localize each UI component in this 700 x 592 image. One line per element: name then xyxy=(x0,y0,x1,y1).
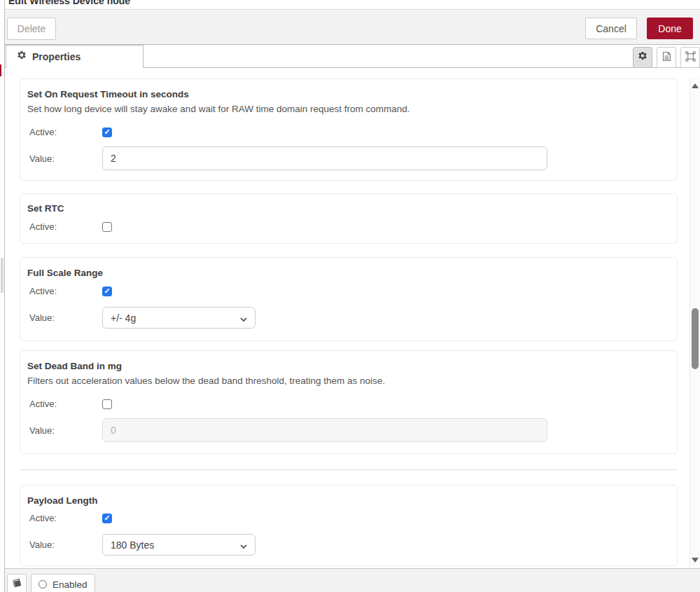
chevron-down-icon xyxy=(240,312,247,324)
status-circle-icon xyxy=(38,580,47,588)
chevron-down-icon xyxy=(240,539,247,551)
section-divider xyxy=(20,469,678,470)
enabled-toggle-button[interactable]: Enabled xyxy=(31,574,95,592)
select-value: +/- 4g xyxy=(111,312,136,324)
property-card-on-request-timeout: Set On Request Timeout in seconds Set ho… xyxy=(20,78,678,181)
property-card-set-rtc: Set RTC Active: ✓ xyxy=(20,193,678,244)
document-icon xyxy=(662,51,671,64)
active-label: Active: xyxy=(29,221,102,232)
checkmark-icon: ✓ xyxy=(104,287,110,295)
card-description: Filters out acceleration values below th… xyxy=(27,376,666,386)
value-input[interactable] xyxy=(102,146,547,170)
tab-properties[interactable]: Properties xyxy=(6,45,144,68)
property-card-payload-length: Payload Length Active: ✓ Value: 180 Byte… xyxy=(20,485,678,566)
active-checkbox[interactable]: ✓ xyxy=(102,128,112,137)
appearance-icon-button[interactable] xyxy=(680,47,700,68)
tray-toolbar: Delete Cancel Done xyxy=(5,11,700,45)
properties-icon-button[interactable] xyxy=(633,47,652,68)
dialog-title-bar: Edit Wireless Device node xyxy=(5,0,700,10)
scroll-up-button[interactable] xyxy=(692,83,699,88)
card-description: Set how long device will stay awake and … xyxy=(27,104,666,114)
active-label: Active: xyxy=(29,286,102,296)
dialog-title: Edit Wireless Device node xyxy=(8,0,130,6)
enabled-label: Enabled xyxy=(52,579,88,590)
scroll-down-button[interactable] xyxy=(692,558,699,563)
value-select[interactable]: 180 Bytes xyxy=(102,534,255,556)
value-select[interactable]: +/- 4g xyxy=(102,307,255,329)
value-label: Value: xyxy=(29,153,102,164)
editor-tab-icon-group xyxy=(633,47,700,68)
active-checkbox[interactable]: ✓ xyxy=(102,399,112,409)
card-title: Full Scale Range xyxy=(27,268,666,278)
active-label: Active: xyxy=(29,127,102,137)
checkmark-icon: ✓ xyxy=(104,514,110,522)
scrollbar[interactable] xyxy=(690,78,700,567)
select-value: 180 Bytes xyxy=(111,539,154,551)
gear-icon xyxy=(638,51,648,64)
selection-frame-icon xyxy=(685,51,696,64)
gear-icon xyxy=(17,50,27,63)
active-checkbox[interactable]: ✓ xyxy=(102,222,112,232)
done-button[interactable]: Done xyxy=(647,18,693,39)
active-label: Active: xyxy=(29,399,102,409)
value-label: Value: xyxy=(29,312,102,323)
workspace-scrollbar xyxy=(1,258,4,293)
active-label: Active: xyxy=(29,513,102,523)
workspace-node-edge xyxy=(0,64,1,76)
value-label: Value: xyxy=(29,539,102,550)
tray-footer: Enabled xyxy=(4,569,700,592)
property-card-full-scale-range: Full Scale Range Active: ✓ Value: +/- 4g xyxy=(20,257,678,341)
active-checkbox[interactable]: ✓ xyxy=(102,514,112,523)
active-checkbox[interactable]: ✓ xyxy=(102,287,112,296)
delete-button[interactable]: Delete xyxy=(7,18,56,40)
checkmark-icon: ✓ xyxy=(104,128,110,136)
property-card-dead-band: Set Dead Band in mg Filters out accelera… xyxy=(20,350,678,454)
card-title: Set On Request Timeout in seconds xyxy=(27,89,666,99)
value-label: Value: xyxy=(29,425,102,436)
workspace-edge xyxy=(0,0,5,592)
description-icon-button[interactable] xyxy=(657,47,676,68)
editor-tabbar: Properties xyxy=(5,45,700,68)
card-title: Payload Length xyxy=(27,495,666,506)
cancel-button[interactable]: Cancel xyxy=(585,18,637,39)
card-title: Set Dead Band in mg xyxy=(27,361,666,371)
scrollbar-thumb[interactable] xyxy=(692,308,699,369)
value-input-disabled[interactable] xyxy=(102,418,547,442)
book-icon xyxy=(11,577,22,591)
properties-form: Set On Request Timeout in seconds Set ho… xyxy=(5,68,700,569)
edit-node-tray: Edit Wireless Device node Delete Cancel … xyxy=(0,0,700,592)
card-title: Set RTC xyxy=(27,203,666,214)
tab-properties-label: Properties xyxy=(32,51,80,62)
description-toggle-button[interactable] xyxy=(7,574,27,592)
